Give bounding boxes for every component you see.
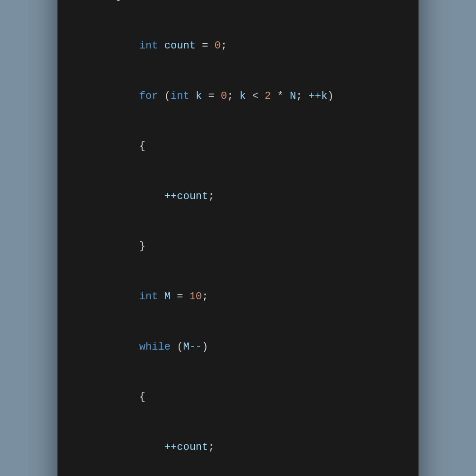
code-line-3: int count = 0; [76,21,400,71]
code-line-11: ++count; [76,422,400,472]
code-line-7: } [76,221,400,272]
code-line-8: int M = 10; [76,272,400,322]
code-block: // 计算Func2的时间复杂度？ void Func2(int N) { in… [57,0,419,476]
code-line-10: { [76,372,400,422]
code-line-2: { [76,0,400,21]
code-line-4: for (int k = 0; k < 2 * N; ++k) [76,71,400,122]
code-line-5: { [76,121,400,171]
code-line-9: while (M--) [76,322,400,372]
code-window: // 计算Func2的时间复杂度？ void Func2(int N) { in… [57,0,419,476]
code-line-12: } [76,472,400,476]
code-line-6: ++count; [76,171,400,222]
